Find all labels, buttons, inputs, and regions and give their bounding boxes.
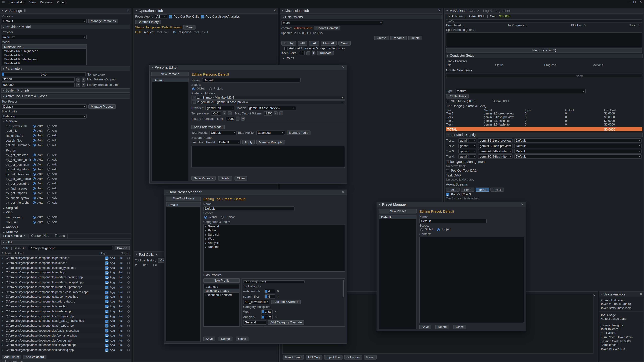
agg-checkbox[interactable] [105,315,109,318]
remove-file-button[interactable]: x [2,266,6,270]
provider-select[interactable]: minimax▾ [2,35,87,39]
add-category-select[interactable]: General▾ [243,320,266,325]
entry-action-button[interactable]: -All [298,41,307,45]
scope-global-radio[interactable] [192,87,195,90]
full-flag[interactable]: Full [118,300,123,304]
max-tokens-input[interactable]: 32000 [2,77,75,82]
scope-project-radio[interactable] [437,228,440,231]
tier-model-select[interactable]: gemini-2.5-flash-lite▾ [478,149,513,153]
keep-pairs-increment[interactable]: + [312,51,315,55]
scope-global-radio[interactable] [420,228,423,231]
tool-auto-radio[interactable] [33,144,36,147]
entry-action-button[interactable]: Save [338,41,350,45]
agg-checkbox[interactable] [105,266,109,270]
category-row[interactable]: ▸Runtime [204,245,345,249]
tool-auto-radio[interactable] [33,154,36,157]
tier-model-config-section[interactable]: ▾Tier Model Config [446,133,643,137]
temperature-input[interactable]: -0.0 [211,111,221,116]
menu-project[interactable]: Project [57,0,66,4]
tool-ask-radio[interactable] [48,130,50,132]
tool-auto-radio[interactable] [33,168,36,171]
close-dialog-button[interactable]: Close [453,325,466,329]
tool-ask-radio[interactable] [48,125,50,128]
remove-file-button[interactable]: x [2,281,6,284]
tool-ask-radio[interactable] [48,216,50,219]
full-flag[interactable]: Full [118,310,123,313]
remove-model-icon[interactable]: ✕ [341,100,344,104]
create-discussion-button[interactable]: Create [374,36,388,40]
full-flag[interactable]: Full [118,334,123,338]
tool-auto-radio[interactable] [33,182,36,185]
tool-preset-list-item[interactable]: Default [166,203,200,207]
pop-out-tier3-checkbox[interactable] [446,193,450,196]
pop-out-dag-checkbox[interactable] [446,169,450,172]
tool-preset-select[interactable]: Default▾ [209,130,236,135]
close-dialog-icon[interactable]: ✕ [521,203,524,206]
history-limit-increment[interactable]: + [241,117,245,121]
remove-file-button[interactable]: x [2,261,6,265]
agg-checkbox[interactable] [105,286,109,289]
preset-name-input[interactable]: Default [419,219,487,223]
agg-checkbox[interactable] [105,291,109,294]
drag-handle-icon[interactable]: ≡ [193,100,196,104]
close-window-icon[interactable]: ✕ [640,0,642,4]
multiplier-input[interactable]: 1.5x [261,309,273,314]
remove-file-button[interactable]: x [2,300,6,304]
tier-provider-select[interactable]: gemini▾ [458,149,476,153]
remove-file-button[interactable]: x [2,305,6,308]
tier-provider-select[interactable]: gemini▾ [458,154,476,159]
remove-multiplier-icon[interactable]: ✕ [274,315,277,319]
agg-checkbox[interactable] [105,325,109,328]
agg-checkbox[interactable] [105,329,109,333]
tool-preset-select[interactable]: Default▾ [2,104,87,109]
persona-name-input[interactable]: Default [202,78,301,83]
close-dialog-icon[interactable]: ✕ [342,65,344,69]
agg-checkbox[interactable] [105,271,109,275]
agg-checkbox[interactable] [105,310,109,313]
full-flag[interactable]: Full [118,339,123,343]
save-button[interactable]: Save [203,337,215,341]
save-persona-button[interactable]: Save Persona [191,176,216,181]
panel-menu-icon[interactable]: ⠿ [24,9,26,12]
history-limit-input[interactable]: 900000 [226,116,234,121]
tab-files-media[interactable]: Files & Media✕ [0,233,28,238]
tier-preset-select[interactable]: Default▾ [514,144,642,148]
bias-profile-select[interactable]: Balanced▾ [2,114,87,119]
collapse-icon[interactable]: ▾ [152,66,153,69]
category-row[interactable]: ▸General [204,224,345,228]
load-from-preset-select[interactable]: Default▾ [218,140,240,144]
remove-file-button[interactable]: x [2,334,6,338]
add-category-override-button[interactable]: Add Category Override [268,320,304,325]
add-files-button[interactable]: Add File(s) [2,355,22,359]
pop-out-tool-calls-checkbox[interactable] [169,15,172,18]
full-flag[interactable]: Full [118,276,123,279]
max-output-decrement[interactable]: - [274,111,278,115]
remove-file-button[interactable]: x [2,315,6,318]
tool-auto-radio[interactable] [33,158,36,161]
model-list-item[interactable]: MiniMax-M2.1-highspeed [2,57,86,61]
remove-file-button[interactable]: x [2,295,6,299]
new-persona-button[interactable]: New Persona [151,72,189,76]
category-row[interactable]: ▸Web [204,237,345,241]
weight-input[interactable]: 4 [264,294,275,299]
tool-auto-radio[interactable] [33,139,36,142]
full-flag[interactable]: Full [118,320,123,323]
tool-auto-radio[interactable] [33,201,36,204]
collapse-icon[interactable]: ▾ [600,293,602,296]
collapse-icon[interactable]: ▾ [166,191,168,194]
files-section[interactable]: ▾Files [1,240,130,245]
maximize-icon[interactable]: ▢ [633,0,636,4]
tier-provider-select[interactable]: gemini▾ [458,138,476,143]
tab-log-management[interactable]: Log Management [483,8,510,13]
browse-button[interactable]: Browse [114,246,130,250]
parameters-section[interactable]: ▾Parameters [1,66,130,71]
close-panel-icon[interactable]: ✕ [126,9,129,12]
full-flag[interactable]: Full [118,266,123,270]
update-commit-button[interactable]: Update Commit [314,26,340,30]
tab-theme[interactable]: Theme [52,233,68,238]
remove-file-button[interactable]: x [2,349,6,352]
tab-context-hub[interactable]: Context Hub [29,233,52,238]
general-group-header[interactable]: ▾General [3,119,130,123]
scrollbar[interactable] [343,280,344,297]
tool-ask-radio[interactable] [48,134,50,137]
